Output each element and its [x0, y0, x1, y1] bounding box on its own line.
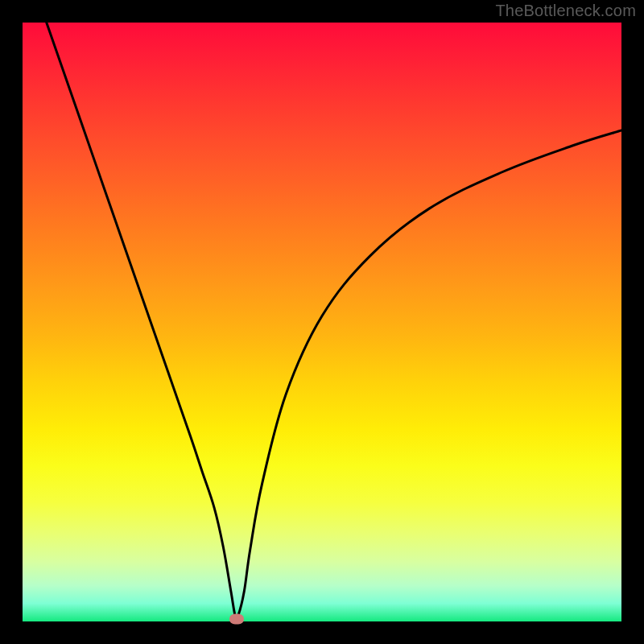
watermark-text: TheBottleneck.com: [495, 2, 636, 20]
chart-frame: TheBottleneck.com: [0, 0, 644, 644]
bottleneck-curve: [23, 23, 621, 621]
plot-area: [23, 23, 621, 621]
minimum-marker: [229, 614, 244, 625]
